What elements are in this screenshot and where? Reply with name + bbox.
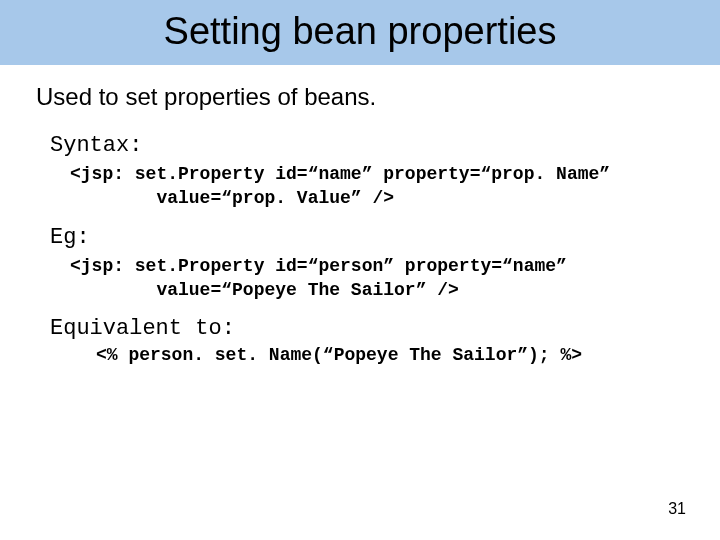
slide-title: Setting bean properties (0, 10, 720, 53)
equivalent-code: <% person. set. Name(“Popeye The Sailor”… (96, 345, 684, 365)
page-number: 31 (668, 500, 686, 518)
lead-text: Used to set properties of beans. (36, 83, 684, 111)
equivalent-label: Equivalent to: (50, 316, 684, 341)
slide: Setting bean properties Used to set prop… (0, 0, 720, 540)
slide-body: Used to set properties of beans. Syntax:… (0, 65, 720, 365)
eg-code: <jsp: set.Property id=“person” property=… (70, 254, 684, 303)
eg-label: Eg: (50, 225, 684, 250)
title-band: Setting bean properties (0, 0, 720, 65)
syntax-label: Syntax: (50, 133, 684, 158)
syntax-code: <jsp: set.Property id=“name” property=“p… (70, 162, 684, 211)
